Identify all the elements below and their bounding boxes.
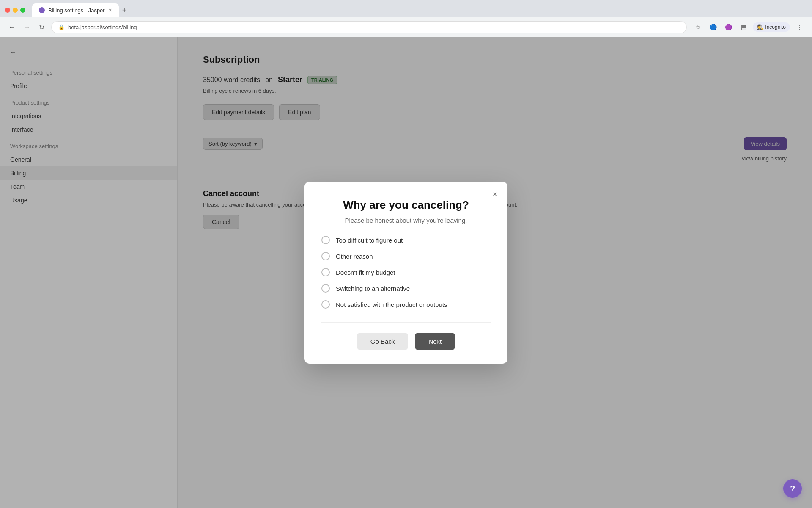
- new-tab-button[interactable]: +: [119, 3, 130, 17]
- tab-close-button[interactable]: ✕: [108, 8, 112, 13]
- cancellation-options: Too difficult to figure out Other reason…: [321, 236, 491, 309]
- option-label-opt1: Too difficult to figure out: [336, 237, 403, 244]
- modal-title: Why are you canceling?: [321, 199, 491, 212]
- option-opt1[interactable]: Too difficult to figure out: [321, 236, 491, 244]
- next-button[interactable]: Next: [415, 333, 455, 350]
- refresh-button[interactable]: ↻: [37, 22, 46, 33]
- browser-chrome: Billing settings - Jasper ✕ + ← → ↻ 🔒 be…: [0, 0, 812, 37]
- menu-button[interactable]: ⋮: [793, 21, 805, 33]
- minimize-window-button[interactable]: [13, 8, 18, 13]
- radio-opt4[interactable]: [321, 284, 330, 293]
- extension-icon-2[interactable]: 🟣: [722, 21, 734, 33]
- extension-icon-1[interactable]: 🔵: [707, 21, 719, 33]
- cancellation-modal: × Why are you canceling? Please be hones…: [304, 182, 508, 364]
- option-opt3[interactable]: Doesn't fit my budget: [321, 268, 491, 276]
- option-opt2[interactable]: Other reason: [321, 252, 491, 260]
- option-label-opt3: Doesn't fit my budget: [336, 269, 395, 276]
- tab-favicon: [39, 7, 45, 13]
- close-window-button[interactable]: [5, 8, 10, 13]
- address-text: beta.jasper.ai/settings/billing: [68, 24, 137, 30]
- option-label-opt4: Switching to an alternative: [336, 285, 410, 292]
- browser-tabs: Billing settings - Jasper ✕ +: [32, 3, 130, 17]
- modal-footer: Go Back Next: [321, 322, 491, 350]
- incognito-label: Incognito: [765, 24, 786, 30]
- lock-icon: 🔒: [58, 24, 65, 30]
- active-tab[interactable]: Billing settings - Jasper ✕: [32, 3, 119, 17]
- option-label-opt2: Other reason: [336, 253, 373, 260]
- help-button[interactable]: ?: [783, 479, 802, 498]
- go-back-button[interactable]: Go Back: [357, 333, 409, 350]
- radio-opt3[interactable]: [321, 268, 330, 276]
- browser-window-controls: [5, 8, 25, 13]
- incognito-badge: 🕵 Incognito: [753, 22, 790, 32]
- radio-opt1[interactable]: [321, 236, 330, 244]
- option-opt5[interactable]: Not satisfied with the product or output…: [321, 300, 491, 309]
- maximize-window-button[interactable]: [20, 8, 25, 13]
- option-label-opt5: Not satisfied with the product or output…: [336, 301, 447, 308]
- radio-opt2[interactable]: [321, 252, 330, 260]
- address-bar[interactable]: 🔒 beta.jasper.ai/settings/billing: [51, 21, 687, 33]
- star-icon[interactable]: ☆: [692, 21, 704, 33]
- help-icon: ?: [790, 484, 795, 494]
- back-button[interactable]: ←: [7, 22, 17, 33]
- tab-title: Billing settings - Jasper: [48, 7, 105, 14]
- sidebar-toggle-icon[interactable]: ▤: [738, 21, 749, 33]
- browser-toolbar: ← → ↻ 🔒 beta.jasper.ai/settings/billing …: [0, 17, 812, 37]
- modal-close-button[interactable]: ×: [489, 188, 501, 200]
- modal-subtitle: Please be honest about why you're leavin…: [321, 217, 491, 224]
- modal-overlay: × Why are you canceling? Please be hones…: [0, 37, 812, 508]
- forward-button[interactable]: →: [22, 22, 32, 33]
- page-layout: ← Personal settings Profile Product sett…: [0, 37, 812, 508]
- toolbar-actions: ☆ 🔵 🟣 ▤ 🕵 Incognito ⋮: [692, 21, 805, 33]
- option-opt4[interactable]: Switching to an alternative: [321, 284, 491, 293]
- radio-opt5[interactable]: [321, 300, 330, 309]
- incognito-icon: 🕵: [757, 24, 763, 30]
